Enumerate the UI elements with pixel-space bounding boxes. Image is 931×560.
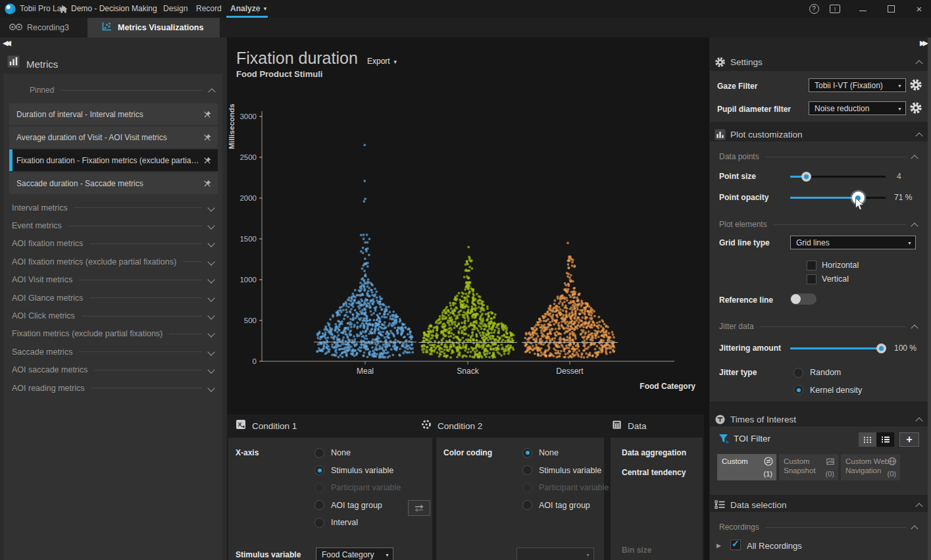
horizontal-checkbox[interactable] [807,261,817,270]
metric-section-row[interactable]: Interval metrics [3,199,222,216]
chevron-up-icon[interactable] [915,132,922,140]
radio-button[interactable] [315,500,324,510]
plot-customization-header[interactable]: Plot customization [709,127,922,141]
metric-section-row[interactable]: Event metrics [3,216,222,234]
radio-option[interactable]: Participant variable [315,479,401,497]
radio-option[interactable]: Participant variable [522,479,609,497]
gear-icon [713,57,726,68]
stimulus-variable-dropdown[interactable]: Food Category▼ [316,547,393,560]
reference-line-toggle[interactable] [790,293,817,305]
unpin-icon[interactable] [203,178,212,190]
radio-option[interactable]: Stimulus variable [315,462,401,480]
jitter-data-section[interactable]: Jitter data [719,322,917,331]
svg-text:500: 500 [244,317,257,324]
tab-recording3[interactable]: Recording3 [0,18,86,38]
vertical-checkbox[interactable] [807,274,817,284]
chevron-down-icon [207,384,214,392]
minimize-button[interactable] [853,0,872,18]
toi-card[interactable]: CustomSnapshot(0) [779,454,838,480]
metric-section-row[interactable]: AOI Click metrics [3,307,222,324]
pinned-section-header[interactable]: Pinned [30,86,214,95]
toi-card[interactable]: Custom(1) [717,454,776,480]
radio-button[interactable] [315,465,324,475]
metric-section-row[interactable]: Fixation metrics (exclude partial fixati… [3,325,222,343]
help-icon[interactable]: ? [804,0,824,18]
feedback-icon[interactable]: ! [825,0,845,18]
data-points-section[interactable]: Data points [719,152,917,161]
radio-label: Random [810,368,841,377]
scrollbar[interactable] [928,38,931,560]
plot-elements-section[interactable]: Plot elements [719,220,917,229]
list-view-button[interactable] [876,432,894,447]
maximize-button[interactable] [881,0,901,18]
recordings-section[interactable]: Recordings [719,522,917,532]
grid-view-button[interactable] [859,432,876,447]
gaze-filter-gear-icon[interactable] [909,78,922,94]
pinned-metric-item[interactable]: Average duration of Visit - AOI Visit me… [9,126,218,148]
radio-option[interactable]: Stimulus variable [522,462,609,480]
radio-option[interactable]: Random [793,364,862,382]
metric-section-row[interactable]: Saccade metrics [3,343,222,361]
point-opacity-slider[interactable] [790,197,886,199]
nav-record[interactable]: Record [196,0,222,18]
all-recordings-checkbox[interactable]: ✓ [730,540,741,550]
pupil-filter-gear-icon[interactable] [909,101,922,117]
chevron-up-icon [208,88,215,95]
add-toi-button[interactable]: + [899,432,919,447]
radio-button[interactable] [315,448,324,458]
radio-button[interactable] [522,465,532,475]
settings-header[interactable]: Settings [709,55,922,69]
metric-section-row[interactable]: AOI Visit metrics [3,271,222,289]
metric-section-row[interactable]: AOI fixation metrics (exclude partial fi… [3,253,222,270]
tab-metrics-visualizations[interactable]: Metrics Visualizations [88,18,220,38]
metric-section-row[interactable]: AOI Glance metrics [3,289,222,307]
metric-section-row[interactable]: AOI reading metrics [3,379,222,397]
radio-option[interactable]: None [522,444,609,462]
radio-option[interactable]: None [315,444,401,462]
radio-option[interactable]: Kernel density [793,382,862,399]
radio-button[interactable] [315,483,324,493]
gaze-filter-dropdown[interactable]: Tobii I-VT (Fixation)▼ [809,78,906,92]
point-size-slider[interactable] [790,176,886,178]
unpin-icon[interactable] [203,109,212,121]
radio-option[interactable]: Interval [315,514,401,532]
pinned-metric-item[interactable]: Fixation duration - Fixation metrics (ex… [9,149,218,171]
pinned-metric-item[interactable]: Duration of interval - Interval metrics [9,103,218,125]
swap-conditions-button[interactable] [408,500,430,516]
times-of-interest-header[interactable]: Times of Interest [709,412,922,426]
radio-button[interactable] [522,483,532,493]
chevron-up-icon[interactable] [915,60,922,67]
metric-section-row[interactable]: AOI saccade metrics [3,361,222,379]
radio-button[interactable] [793,368,803,378]
chevron-down-icon [207,294,214,301]
radio-button[interactable] [793,385,803,395]
jittering-amount-slider[interactable] [790,347,886,349]
point-opacity-value: 71 % [894,193,912,202]
radio-option[interactable]: AOI tag group [522,497,609,515]
expand-arrow-icon[interactable]: ▶ [717,542,721,549]
project-name[interactable]: Demo - Decision Making [71,0,157,18]
grid-line-type-dropdown[interactable]: Grid lines▼ [790,236,916,249]
radio-button[interactable] [522,448,532,458]
unpin-icon[interactable] [203,155,212,167]
collapse-right-sidebar-icon[interactable]: ▶▶ [920,39,926,47]
nav-design[interactable]: Design [163,0,188,18]
collapse-sidebar-icon[interactable]: ◀◀ [3,39,9,47]
home-icon[interactable] [59,5,68,16]
grid-line-type-label: Grid line type [719,238,770,247]
close-button[interactable]: × [909,0,929,18]
metric-section-row[interactable]: AOI fixation metrics [3,235,222,253]
panel-title: Condition 1 [252,421,297,431]
radio-button[interactable] [315,518,324,528]
unpin-icon[interactable] [203,132,212,144]
radio-button[interactable] [522,500,532,510]
nav-analyze[interactable]: Analyze [230,0,260,18]
chevron-up-icon[interactable] [915,417,922,424]
data-selection-header[interactable]: Data selection [709,497,922,512]
chevron-up-icon[interactable] [915,503,922,510]
radio-option[interactable]: AOI tag group [315,497,401,515]
pinned-metric-item[interactable]: Saccade duration - Saccade metrics [9,172,218,194]
toi-card[interactable]: Custom WebNavigation(0) [841,454,900,480]
pupil-filter-dropdown[interactable]: Noise reduction▼ [809,101,906,115]
nav-dropdown-caret[interactable]: ▼ [263,0,268,18]
